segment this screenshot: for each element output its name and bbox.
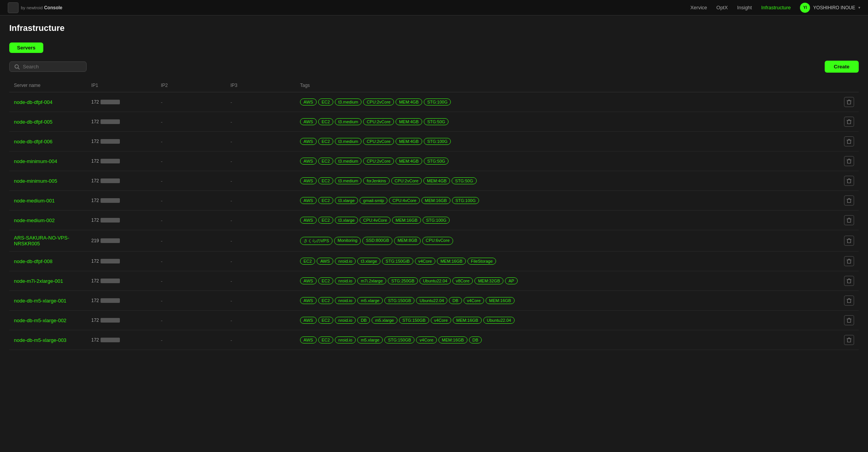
ip2-cell: - xyxy=(156,171,226,191)
tag: v8Core xyxy=(452,277,473,284)
ip1-cell: 172 xyxy=(87,311,156,330)
tag: forJenkins xyxy=(363,177,389,184)
delete-button[interactable] xyxy=(844,236,854,246)
ip1-blur xyxy=(101,238,120,243)
tag: AWS xyxy=(300,99,317,105)
trash-icon xyxy=(846,238,852,243)
ip3-cell: - xyxy=(226,191,295,211)
delete-button[interactable] xyxy=(844,276,854,286)
trash-icon xyxy=(846,139,852,144)
trash-icon xyxy=(846,298,852,303)
server-name-link[interactable]: node-db-dfpf-004 xyxy=(14,99,53,105)
search-input[interactable] xyxy=(23,64,82,70)
servers-tab[interactable]: Servers xyxy=(9,42,43,53)
tags-cell: さくらのVPSMonitoringSSD:800GBMEM:8GBCPU:6vC… xyxy=(295,230,839,251)
ip3-cell: - xyxy=(226,251,295,271)
delete-button[interactable] xyxy=(844,156,854,166)
ip1-prefix: 172 xyxy=(91,218,99,223)
delete-button[interactable] xyxy=(844,117,854,127)
delete-button[interactable] xyxy=(844,296,854,306)
tag: DB xyxy=(449,297,462,304)
server-name-link[interactable]: node-db-dfpf-008 xyxy=(14,258,53,264)
nav-insight[interactable]: Insight xyxy=(737,5,752,10)
tag: AWS xyxy=(300,317,317,324)
action-cell xyxy=(839,92,859,112)
server-name-link[interactable]: node-minimum-005 xyxy=(14,178,57,184)
server-name-link[interactable]: node-medium-001 xyxy=(14,198,55,204)
table-row: node-m7i-2xlarge-001172--AWSEC2nroid.iom… xyxy=(9,271,859,291)
svg-rect-25 xyxy=(848,318,850,318)
action-cell xyxy=(839,191,859,211)
trash-icon xyxy=(846,318,852,323)
tag: AWS xyxy=(300,297,317,304)
server-name-link[interactable]: node-db-m5-xlarge-002 xyxy=(14,318,67,323)
server-name-link[interactable]: node-minimum-004 xyxy=(14,158,57,164)
action-cell xyxy=(839,171,859,191)
delete-button[interactable] xyxy=(844,335,854,345)
tag: v4Core xyxy=(431,317,451,324)
server-name-link[interactable]: node-db-m5-xlarge-003 xyxy=(14,337,67,343)
delete-button[interactable] xyxy=(844,97,854,107)
tag: AWS xyxy=(300,177,317,184)
delete-button[interactable] xyxy=(844,195,854,206)
tag: t3.medium xyxy=(335,138,362,145)
delete-button[interactable] xyxy=(844,136,854,146)
nav-optx[interactable]: OptX xyxy=(716,5,728,10)
svg-rect-9 xyxy=(848,159,850,159)
page-title: Infrastructure xyxy=(9,23,859,33)
server-name-link[interactable]: node-db-m5-xlarge-001 xyxy=(14,298,67,304)
trash-icon xyxy=(846,119,852,124)
tag: t3.medium xyxy=(335,99,362,105)
delete-button[interactable] xyxy=(844,176,854,186)
tag: EC2 xyxy=(300,258,315,265)
ip2-value: - xyxy=(161,139,162,144)
tag: さくらのVPS xyxy=(300,237,333,245)
user-menu[interactable]: YI YOSHIHIRO INOUE ▾ xyxy=(800,3,860,13)
server-name-link[interactable]: node-db-dfpf-006 xyxy=(14,139,53,144)
tag: v4Core xyxy=(416,336,437,343)
ip2-cell: - xyxy=(156,132,226,151)
create-button[interactable]: Create xyxy=(825,61,859,73)
ip2-cell: - xyxy=(156,230,226,251)
delete-button[interactable] xyxy=(844,215,854,225)
ip1-prefix: 172 xyxy=(91,278,99,284)
svg-rect-3 xyxy=(848,100,850,100)
delete-button[interactable] xyxy=(844,315,854,325)
tag: nroid.io xyxy=(335,297,356,304)
server-name-link[interactable]: node-medium-002 xyxy=(14,218,55,223)
tag: Ubuntu22.04 xyxy=(420,277,451,284)
tag: STG:150GB xyxy=(384,297,414,304)
ip2-value: - xyxy=(161,99,162,105)
tag: STG:100G xyxy=(423,217,450,224)
tab-bar: Servers xyxy=(9,42,859,53)
ip3-cell: - xyxy=(226,230,295,251)
search-bar[interactable] xyxy=(9,61,87,72)
svg-rect-13 xyxy=(848,198,850,199)
server-name-link[interactable]: node-db-dfpf-005 xyxy=(14,119,53,125)
server-name-link[interactable]: ARS-SAKURA-NO-VPS-NRSKR005 xyxy=(14,235,69,246)
svg-rect-19 xyxy=(848,259,850,259)
trash-icon xyxy=(846,258,852,264)
tags-cell: AWSEC2t3.mediumCPU:2vCoreMEM:4GBSTG:50G xyxy=(295,112,839,132)
ip2-value: - xyxy=(161,337,162,343)
ip2-value: - xyxy=(161,198,162,204)
server-name-link[interactable]: node-m7i-2xlarge-001 xyxy=(14,278,63,284)
search-icon xyxy=(14,64,20,70)
tag: MEM:4GB xyxy=(396,158,422,165)
tag: STG:50G xyxy=(452,177,476,184)
delete-button[interactable] xyxy=(844,256,854,266)
tag: t3.medium xyxy=(335,177,362,184)
tag: m5.xlarge xyxy=(357,297,383,304)
ip3-cell: - xyxy=(226,271,295,291)
nav-infrastructure[interactable]: Infrastructure xyxy=(761,5,791,10)
col-header-action xyxy=(839,79,859,92)
tag: Ubuntu22.04 xyxy=(416,297,447,304)
logo-byline: by newtroid Console xyxy=(21,5,62,10)
svg-rect-23 xyxy=(848,298,850,299)
ip1-cell: 172 xyxy=(87,291,156,311)
nav-xervice[interactable]: Xervice xyxy=(690,5,707,10)
tag: MEM:8GB xyxy=(394,237,421,245)
tags-cell: AWSEC2t3.xlargeCPU:4vCoreMEM:16GBSTG:100… xyxy=(295,211,839,230)
ip2-cell: - xyxy=(156,92,226,112)
ip1-prefix: 172 xyxy=(91,158,99,164)
